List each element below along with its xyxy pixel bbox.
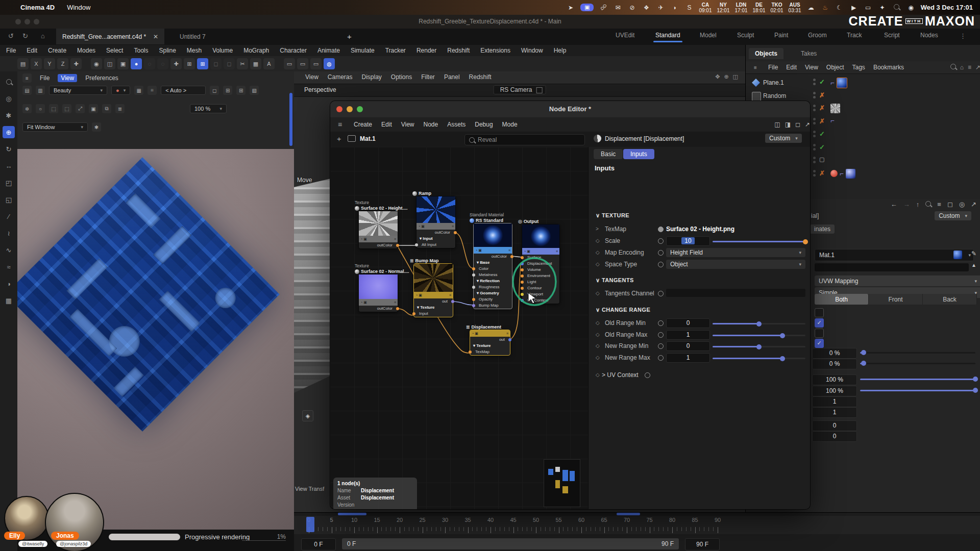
cursor-icon[interactable]: ➤ [566, 4, 575, 11]
port-viewport[interactable]: Viewport [522, 291, 559, 297]
collapsed-bar[interactable] [815, 263, 969, 271]
wire-tex2.outColor-to-bump.Input[interactable] [397, 309, 413, 315]
plane-icon[interactable]: ✈ [656, 4, 665, 11]
toolbar-icon-9[interactable]: ● [131, 58, 142, 69]
split-right-icon[interactable]: ◨ [785, 121, 791, 128]
value-slider[interactable] [860, 379, 975, 380]
slider-knob[interactable] [861, 361, 866, 366]
port-dot[interactable] [510, 255, 513, 258]
toolbar-icon-15[interactable]: ◻ [210, 58, 222, 69]
layers-icon[interactable]: ▧ [250, 86, 259, 95]
forward-icon[interactable]: → [903, 201, 910, 208]
toolbar-icon-7[interactable]: ◫ [104, 58, 115, 69]
spline-tag-icon[interactable]: ⌐ [840, 170, 844, 178]
node-bump[interactable]: ≣Bump Map◔ ▣≡out▾ TextureInput [413, 263, 453, 317]
slider-knob[interactable] [756, 321, 762, 327]
group-texture[interactable]: ∨ TEXTURE [596, 212, 629, 219]
region-a-icon[interactable]: ⬚ [49, 104, 58, 113]
param-field[interactable]: 0 [666, 341, 710, 351]
value-field[interactable]: 100 % [812, 374, 857, 385]
enable-toggle[interactable]: ✗ [819, 117, 825, 125]
toolbar-icon-0[interactable]: ▤ [17, 58, 29, 69]
port-icon[interactable] [658, 250, 664, 256]
panel-icon[interactable]: ◫ [733, 73, 738, 80]
menu-tracker[interactable]: Tracker [385, 47, 406, 54]
port-dot[interactable] [521, 256, 524, 259]
value-slider[interactable] [860, 390, 975, 391]
filter-icon[interactable]: ≡ [937, 201, 941, 208]
image-b-icon[interactable]: ▥ [36, 86, 45, 95]
port-dot[interactable] [472, 304, 475, 307]
toolbar-icon-10[interactable]: ◌ [144, 58, 155, 69]
texture-tag-thumbnail[interactable] [830, 104, 840, 113]
search-icon[interactable] [925, 201, 931, 208]
teams-icon[interactable]: 🗪 [599, 4, 608, 11]
port-light[interactable]: Light [522, 279, 559, 285]
channel-dropdown[interactable]: ●▾ [111, 86, 130, 95]
preview-range-bar[interactable]: 0 F 90 F [342, 538, 679, 549]
target-icon[interactable]: ◎ [959, 201, 965, 208]
navigator-minimap[interactable] [544, 459, 580, 507]
renderview-menu-view[interactable]: View [58, 74, 77, 82]
param-slider[interactable] [713, 346, 805, 347]
toolbar-icon-17[interactable]: ✂ [237, 58, 248, 69]
layout-tab-standard[interactable]: Standard [655, 32, 680, 39]
port-displacement[interactable]: Displacement [522, 261, 559, 267]
port-dot[interactable] [521, 281, 524, 284]
enable-toggle[interactable]: ▢ [819, 156, 824, 163]
grid-add-icon[interactable]: ⊞ [223, 86, 232, 95]
objects-menu-edit[interactable]: Edit [786, 64, 797, 71]
weather-icon[interactable]: ☁ [806, 4, 816, 11]
enable-toggle[interactable]: ✓ [819, 130, 825, 138]
menu-volume[interactable]: Volume [212, 47, 233, 54]
end-frame-field[interactable]: 90 F [685, 538, 720, 550]
slider-knob[interactable] [780, 356, 785, 361]
toolbar-icon-16[interactable]: ◻ [224, 58, 235, 69]
port-dot[interactable] [521, 287, 524, 290]
port-dot[interactable] [396, 307, 399, 310]
split-left-icon[interactable]: ◫ [774, 121, 780, 128]
menu-file[interactable]: File [6, 47, 16, 54]
segment-back[interactable]: Back [923, 294, 977, 305]
close-tab-icon[interactable]: ✕ [153, 33, 158, 40]
group-tangents[interactable]: ∨ TANGENTS [596, 277, 634, 284]
popout-icon[interactable]: ↗ [975, 64, 980, 71]
battery-icon[interactable]: ▭ [864, 4, 873, 11]
value-field[interactable]: 0 [812, 420, 857, 431]
custom-dropdown[interactable]: Custom▾ [765, 134, 802, 143]
port-surface[interactable]: Surface [522, 255, 559, 261]
uv-context-row[interactable]: ◇> UV Context [589, 370, 810, 381]
new-tab-button[interactable]: + [347, 32, 352, 41]
param-texmap[interactable]: >TexMapSurface 02 - Height.png [589, 224, 810, 235]
port-dot[interactable] [472, 298, 475, 301]
param-slider[interactable] [713, 241, 805, 242]
slider-knob[interactable] [803, 239, 808, 244]
node-menu-assets[interactable]: Assets [447, 121, 465, 128]
param-slider[interactable] [713, 335, 805, 336]
warning-icon[interactable]: ⊘ [627, 4, 636, 11]
port-input[interactable]: ▾ Input [416, 236, 455, 242]
timeline-marker-a[interactable] [338, 513, 366, 515]
tool-icon-7[interactable]: ◱ [3, 193, 15, 206]
timeline-marker-b[interactable] [617, 513, 640, 515]
port-texmap[interactable]: TexMap [470, 349, 510, 355]
menu-mograph[interactable]: MoGraph [243, 47, 269, 54]
grid-b-icon[interactable]: ⊞ [236, 86, 246, 95]
viewport-menu-options[interactable]: Options [391, 73, 412, 81]
expand-icon[interactable]: ⤢ [76, 104, 85, 113]
node-tex1[interactable]: TextureSurface 02 - Height....◔ ▣≡outCol… [358, 211, 398, 249]
node-menu-edit[interactable]: Edit [381, 121, 392, 128]
toolbar-icon-3[interactable]: Z [57, 58, 68, 69]
port-out[interactable]: out [470, 337, 510, 343]
port-icon[interactable] [658, 262, 664, 267]
search-input[interactable]: Reveal [464, 134, 585, 145]
objects-menu-view[interactable]: View [805, 64, 818, 71]
port-dot[interactable] [469, 350, 472, 354]
port-opacity[interactable]: Opacity [474, 296, 512, 303]
port-environment[interactable]: Environment [522, 273, 559, 279]
slider-knob[interactable] [780, 333, 785, 338]
toolbar-icon-14[interactable]: ⊞ [197, 58, 208, 69]
port-dot[interactable] [521, 299, 524, 302]
menu-tools[interactable]: Tools [134, 47, 148, 54]
up-icon[interactable]: ↑ [916, 201, 920, 208]
